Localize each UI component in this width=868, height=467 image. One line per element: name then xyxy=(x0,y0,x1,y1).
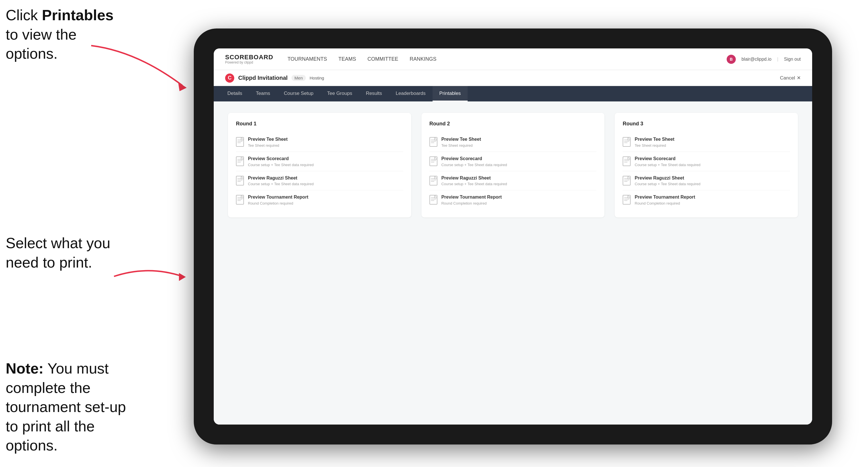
tab-results[interactable]: Results xyxy=(359,86,389,101)
print-item-r3-4[interactable]: Preview Tournament Report Round Completi… xyxy=(623,190,790,210)
document-icon xyxy=(429,176,437,186)
tab-leaderboards[interactable]: Leaderboards xyxy=(389,86,433,101)
print-item-title-r1-1: Preview Tee Sheet xyxy=(248,136,287,143)
print-item-r2-3[interactable]: Preview Raguzzi Sheet Course setup + Tee… xyxy=(429,171,597,191)
nav-left: SCOREBOARD Powered by clippd TOURNAMENTS… xyxy=(225,54,437,64)
nav-teams[interactable]: TEAMS xyxy=(339,55,356,63)
print-item-r3-1[interactable]: Preview Tee Sheet Tee Sheet required xyxy=(623,132,790,152)
print-item-title-r2-2: Preview Scorecard xyxy=(441,156,507,162)
print-item-content-r3-2: Preview Scorecard Course setup + Tee She… xyxy=(634,156,701,167)
tab-printables[interactable]: Printables xyxy=(433,86,468,101)
tournament-bar: C Clippd Invitational Men Hosting Cancel… xyxy=(214,70,812,86)
nav-items: TOURNAMENTS TEAMS COMMITTEE RANKINGS xyxy=(287,55,437,63)
brand-sub: Powered by clippd xyxy=(225,61,273,64)
document-icon xyxy=(623,137,631,147)
sub-nav: Details Teams Course Setup Tee Groups Re… xyxy=(214,86,812,101)
tournament-name: Clippd Invitational xyxy=(238,75,287,81)
print-item-content-r3-4: Preview Tournament Report Round Completi… xyxy=(634,194,695,206)
tab-details[interactable]: Details xyxy=(221,86,249,101)
print-item-r1-2[interactable]: Preview Scorecard Course setup + Tee She… xyxy=(236,152,403,171)
document-icon xyxy=(429,137,437,147)
print-item-subtitle-r1-4: Round Completion required xyxy=(248,201,308,206)
print-item-content-r1-1: Preview Tee Sheet Tee Sheet required xyxy=(248,136,287,148)
annotation-bottom-bold: Note: xyxy=(6,360,43,377)
print-item-subtitle-r3-3: Course setup + Tee Sheet data required xyxy=(634,182,701,186)
print-item-title-r3-3: Preview Raguzzi Sheet xyxy=(634,175,701,181)
print-item-content-r3-1: Preview Tee Sheet Tee Sheet required xyxy=(634,136,674,148)
top-nav: SCOREBOARD Powered by clippd TOURNAMENTS… xyxy=(214,49,812,70)
print-item-title-r3-4: Preview Tournament Report xyxy=(634,194,695,200)
print-item-title-r2-3: Preview Raguzzi Sheet xyxy=(441,175,507,181)
tablet-device: SCOREBOARD Powered by clippd TOURNAMENTS… xyxy=(194,29,832,444)
nav-tournaments[interactable]: TOURNAMENTS xyxy=(287,55,327,63)
hosting-badge: Hosting xyxy=(310,75,324,80)
document-icon xyxy=(623,195,631,205)
print-item-r2-1[interactable]: Preview Tee Sheet Tee Sheet required xyxy=(429,132,597,152)
nav-rankings[interactable]: RANKINGS xyxy=(410,55,437,63)
document-icon xyxy=(429,195,437,205)
svg-marker-1 xyxy=(179,273,186,281)
print-item-subtitle-r3-2: Course setup + Tee Sheet data required xyxy=(634,163,701,167)
nav-committee[interactable]: COMMITTEE xyxy=(368,55,398,63)
annotation-top: Click Printables to view the options. xyxy=(6,6,125,64)
sign-out-button[interactable]: Sign out xyxy=(784,57,801,62)
separator: | xyxy=(777,57,778,62)
print-item-content-r1-4: Preview Tournament Report Round Completi… xyxy=(248,194,308,206)
svg-marker-0 xyxy=(178,82,187,91)
print-item-r1-3[interactable]: Preview Raguzzi Sheet Course setup + Tee… xyxy=(236,171,403,191)
round-2-title: Round 2 xyxy=(429,121,597,127)
annotation-middle-line1: Select what you xyxy=(6,235,110,251)
document-icon xyxy=(429,156,437,166)
tab-tee-groups[interactable]: Tee Groups xyxy=(320,86,359,101)
round-section-2: Round 2 Preview Tee Sheet Tee Sheet requ… xyxy=(422,113,605,217)
print-item-content-r2-1: Preview Tee Sheet Tee Sheet required xyxy=(441,136,481,148)
annotation-bottom: Note: You must complete the tournament s… xyxy=(6,359,137,455)
nav-right: B blair@clippd.io | Sign out xyxy=(727,55,801,64)
annotation-top-rest: to view the options. xyxy=(6,26,76,62)
document-icon xyxy=(236,156,244,166)
print-item-content-r2-3: Preview Raguzzi Sheet Course setup + Tee… xyxy=(441,175,507,186)
print-item-r2-4[interactable]: Preview Tournament Report Round Completi… xyxy=(429,190,597,210)
print-item-r3-2[interactable]: Preview Scorecard Course setup + Tee She… xyxy=(623,152,790,171)
print-item-subtitle-r2-1: Tee Sheet required xyxy=(441,143,481,148)
print-item-subtitle-r2-4: Round Completion required xyxy=(441,201,502,206)
print-item-title-r1-2: Preview Scorecard xyxy=(248,156,314,162)
brand: SCOREBOARD Powered by clippd xyxy=(225,54,273,64)
tab-course-setup[interactable]: Course Setup xyxy=(277,86,320,101)
print-item-r1-1[interactable]: Preview Tee Sheet Tee Sheet required xyxy=(236,132,403,152)
print-item-content-r2-2: Preview Scorecard Course setup + Tee She… xyxy=(441,156,507,167)
print-item-title-r2-1: Preview Tee Sheet xyxy=(441,136,481,143)
print-item-r3-3[interactable]: Preview Raguzzi Sheet Course setup + Tee… xyxy=(623,171,790,191)
tablet-screen: SCOREBOARD Powered by clippd TOURNAMENTS… xyxy=(214,49,812,425)
annotation-middle-line2: need to print. xyxy=(6,254,92,271)
round-section-3: Round 3 Preview Tee Sheet Tee Sheet requ… xyxy=(615,113,798,217)
print-item-r1-4[interactable]: Preview Tournament Report Round Completi… xyxy=(236,190,403,210)
print-item-r2-2[interactable]: Preview Scorecard Course setup + Tee She… xyxy=(429,152,597,171)
annotation-middle: Select what you need to print. xyxy=(6,234,125,272)
print-item-subtitle-r1-2: Course setup + Tee Sheet data required xyxy=(248,163,314,167)
print-item-content-r2-4: Preview Tournament Report Round Completi… xyxy=(441,194,502,206)
user-avatar: B xyxy=(727,55,736,64)
document-icon xyxy=(236,137,244,147)
print-item-subtitle-r1-3: Course setup + Tee Sheet data required xyxy=(248,182,314,186)
print-item-content-r3-3: Preview Raguzzi Sheet Course setup + Tee… xyxy=(634,175,701,186)
main-content: Round 1 Preview Tee Sheet Tee Sheet requ… xyxy=(214,101,812,425)
print-item-title-r3-2: Preview Scorecard xyxy=(634,156,701,162)
print-item-content-r1-3: Preview Raguzzi Sheet Course setup + Tee… xyxy=(248,175,314,186)
print-item-title-r1-4: Preview Tournament Report xyxy=(248,194,308,200)
print-item-subtitle-r2-2: Course setup + Tee Sheet data required xyxy=(441,163,507,167)
tournament-tag: Men xyxy=(291,75,306,81)
tab-teams[interactable]: Teams xyxy=(249,86,277,101)
round-section-1: Round 1 Preview Tee Sheet Tee Sheet requ… xyxy=(228,113,411,217)
print-item-subtitle-r2-3: Course setup + Tee Sheet data required xyxy=(441,182,507,186)
cancel-button[interactable]: Cancel ✕ xyxy=(780,75,801,81)
print-item-subtitle-r1-1: Tee Sheet required xyxy=(248,143,287,148)
user-email: blair@clippd.io xyxy=(742,57,771,62)
print-item-subtitle-r3-4: Round Completion required xyxy=(634,201,695,206)
document-icon xyxy=(236,195,244,205)
print-item-title-r3-1: Preview Tee Sheet xyxy=(634,136,674,143)
print-item-subtitle-r3-1: Tee Sheet required xyxy=(634,143,674,148)
document-icon xyxy=(623,176,631,186)
clippd-logo: C xyxy=(225,73,234,83)
print-item-content-r1-2: Preview Scorecard Course setup + Tee She… xyxy=(248,156,314,167)
